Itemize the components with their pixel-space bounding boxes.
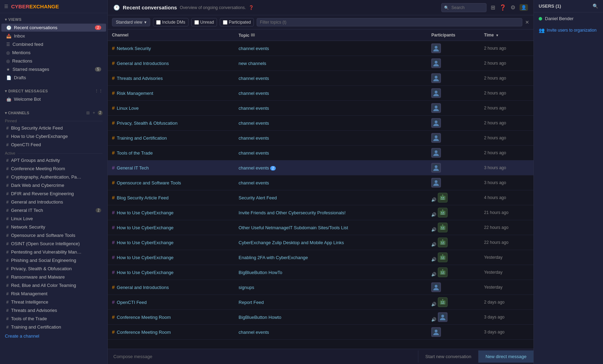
topic-link[interactable]: Security Alert Feed xyxy=(239,195,277,200)
sidebar-item-osint[interactable]: # OSINT (Open Source Intelligence) xyxy=(1,240,106,248)
sidebar-item-opencti-feed[interactable]: # OpenCTI Feed xyxy=(1,141,106,149)
channel-link[interactable]: # Threats and Advisories xyxy=(112,75,230,81)
sidebar-item-general-intros[interactable]: # General and Introductions xyxy=(1,198,106,206)
topic-link[interactable]: signups xyxy=(239,285,254,290)
channel-link[interactable]: # Privacy, Stealth & Obfuscation xyxy=(112,120,230,126)
topic-link[interactable]: channel events xyxy=(239,76,269,81)
sidebar-item-recent-conversations[interactable]: 🕐 Recent conversations 2 xyxy=(1,24,106,32)
topic-link[interactable]: BigBlueButton Howto xyxy=(239,315,281,320)
sidebar-item-training[interactable]: # Training and Certification xyxy=(1,323,106,331)
topic-column-header[interactable]: Topic ✉ xyxy=(234,30,427,41)
views-toggle[interactable]: ▾ VIEWS xyxy=(5,17,22,22)
channel-column-header[interactable]: Channel xyxy=(108,30,234,41)
sidebar-item-how-to-use[interactable]: # How to Use CyberExchange xyxy=(1,132,106,140)
sidebar-item-privacy-stealth[interactable]: # Privacy, Stealth & Obfuscation xyxy=(1,265,106,273)
user-icon[interactable]: 👤 xyxy=(520,4,528,11)
topbar-help-icon[interactable]: ❓ xyxy=(499,4,506,11)
users-search-icon[interactable]: 🔍 xyxy=(593,3,598,9)
sidebar-item-mentions[interactable]: ◎ Mentions xyxy=(1,49,106,57)
topic-link[interactable]: channel events xyxy=(239,330,269,335)
channel-link[interactable]: # OpenCTI Feed xyxy=(112,299,230,305)
sidebar-item-welcome-bot[interactable]: 🤖 Welcome Bot xyxy=(1,95,106,103)
sidebar-item-dark-web[interactable]: # Dark Web and Cybercrime xyxy=(1,181,106,189)
participated-checkbox[interactable]: Participated xyxy=(220,18,254,26)
topic-link[interactable]: Enabling 2FA with CyberExchange xyxy=(239,255,308,260)
channel-link[interactable]: # Network Security xyxy=(112,46,230,51)
channel-link[interactable]: # How to Use CyberExchange xyxy=(112,240,230,245)
topic-link[interactable]: channel events xyxy=(239,150,269,156)
channel-link[interactable]: # How to Use CyberExchange xyxy=(112,270,230,275)
filter-clear-button[interactable]: ✕ xyxy=(525,19,529,25)
channel-link[interactable]: # General and Introductions xyxy=(112,284,230,290)
sidebar-item-phishing[interactable]: # Phishing and Social Engineering xyxy=(1,256,106,264)
topic-link[interactable]: channel events xyxy=(239,165,269,171)
unread-input[interactable] xyxy=(194,20,199,25)
start-new-conversation-button[interactable]: Start new conversation xyxy=(418,350,478,363)
view-select[interactable]: Standard view ▾ xyxy=(112,18,150,26)
channel-link[interactable]: # How to Use CyberExchange xyxy=(112,210,230,215)
channel-link[interactable]: # How to Use CyberExchange xyxy=(112,255,230,260)
topic-link[interactable]: new channels xyxy=(239,61,266,66)
compose-input[interactable] xyxy=(108,350,418,363)
sidebar-item-general-it-tech[interactable]: # General IT Tech 2 xyxy=(1,206,106,214)
filter-topics-input[interactable] xyxy=(257,18,522,26)
channel-link[interactable]: # How to Use CyberExchange xyxy=(112,225,230,230)
sidebar-item-risk-management[interactable]: # Risk Management xyxy=(1,290,106,298)
channel-link[interactable]: # Linux Love xyxy=(112,105,230,111)
dm-toggle[interactable]: ▾ DIRECT MESSAGES xyxy=(5,89,48,93)
dm-options-icon[interactable]: ⋮⋮ xyxy=(95,89,103,93)
channel-link[interactable]: # General and Introductions xyxy=(112,60,230,66)
sidebar-item-red-blue[interactable]: # Red, Blue and All Color Teaming xyxy=(1,281,106,289)
sidebar-item-conference[interactable]: # Conference Meeting Room xyxy=(1,165,106,173)
sidebar-item-threats-advisories[interactable]: # Threats and Advisories xyxy=(1,306,106,314)
topic-link[interactable]: Other Useful NetmanageIT Subdomain Sites… xyxy=(239,225,348,230)
sidebar-item-starred[interactable]: ★ Starred messages 5 xyxy=(1,65,106,73)
channel-link[interactable]: # General IT Tech xyxy=(112,165,230,171)
channel-link[interactable]: # Tools of the Trade xyxy=(112,150,230,156)
channel-link[interactable]: # Opensource and Software Tools xyxy=(112,180,230,185)
channel-link[interactable]: # Blog Security Article Feed xyxy=(112,195,230,200)
topic-link[interactable]: CyberExchange Zulip Desktop and Mobile A… xyxy=(239,240,344,245)
channel-link[interactable]: # Conference Meeting Room xyxy=(112,314,230,320)
time-column-header[interactable]: Time ▾ xyxy=(480,30,533,41)
topic-link[interactable]: channel events xyxy=(239,121,269,126)
sidebar-item-threat-intelligence[interactable]: # Threat Intelligence xyxy=(1,298,106,306)
filter-icon[interactable]: ⊞ xyxy=(86,110,90,115)
participants-column-header[interactable]: Participants xyxy=(427,30,480,41)
sidebar-item-inbox[interactable]: 📥 Inbox xyxy=(1,32,106,40)
include-dms-checkbox[interactable]: Include DMs xyxy=(153,18,188,26)
topic-link[interactable]: channel events xyxy=(239,46,269,51)
list-view-icon[interactable]: ⊞ xyxy=(491,4,495,11)
topic-link[interactable]: Report Feed xyxy=(239,300,264,305)
create-channel-link[interactable]: Create a channel xyxy=(0,331,107,341)
sidebar-item-combined-feed[interactable]: ☰ Combined feed xyxy=(1,40,106,48)
sidebar-item-network-security[interactable]: # Network Security xyxy=(1,223,106,231)
topic-link[interactable]: channel events xyxy=(239,180,269,185)
settings-icon[interactable]: ⚙ xyxy=(510,4,515,11)
sidebar-item-tools[interactable]: # Tools of the Trade xyxy=(1,315,106,323)
unread-checkbox[interactable]: Unread xyxy=(191,18,217,26)
sidebar-item-drafts[interactable]: 📄 Drafts xyxy=(1,74,106,82)
sidebar-item-reactions[interactable]: ◎ Reactions xyxy=(1,57,106,65)
hamburger-icon[interactable]: ☰ xyxy=(4,4,8,9)
include-dms-input[interactable] xyxy=(156,20,161,25)
sidebar-item-cryptography[interactable]: # Cryptography, Authentication, Pa… xyxy=(1,173,106,181)
channel-link[interactable]: # Training and Certification xyxy=(112,135,230,141)
topic-link[interactable]: channel events xyxy=(239,135,269,141)
sidebar-item-pentesting[interactable]: # Pentesting and Vulnerability Man… xyxy=(1,248,106,256)
invite-users-button[interactable]: 👥 Invite users to organization xyxy=(534,25,603,36)
topic-link[interactable]: Invite Friends and Other Cybersecurity P… xyxy=(239,210,346,215)
channel-link[interactable]: # Risk Management xyxy=(112,90,230,96)
sidebar-item-ransomware[interactable]: # Ransomware and Malware xyxy=(1,273,106,281)
help-icon[interactable]: ❓ xyxy=(249,5,254,10)
new-direct-message-button[interactable]: New direct message xyxy=(478,350,533,363)
participated-input[interactable] xyxy=(223,20,227,25)
sidebar-item-opensource[interactable]: # Opensource and Software Tools xyxy=(1,231,106,239)
channel-link[interactable]: # Conference Meeting Room xyxy=(112,329,230,335)
sidebar-item-dfir[interactable]: # DFIR and Reverse Engineering xyxy=(1,190,106,198)
topic-link[interactable]: channel events xyxy=(239,91,269,96)
topic-link[interactable]: channel events xyxy=(239,106,269,111)
add-channel-icon[interactable]: + xyxy=(93,110,95,115)
topic-link[interactable]: BigBlueButton HowTo xyxy=(239,270,282,275)
sidebar-item-linux-love[interactable]: # Linux Love xyxy=(1,215,106,223)
